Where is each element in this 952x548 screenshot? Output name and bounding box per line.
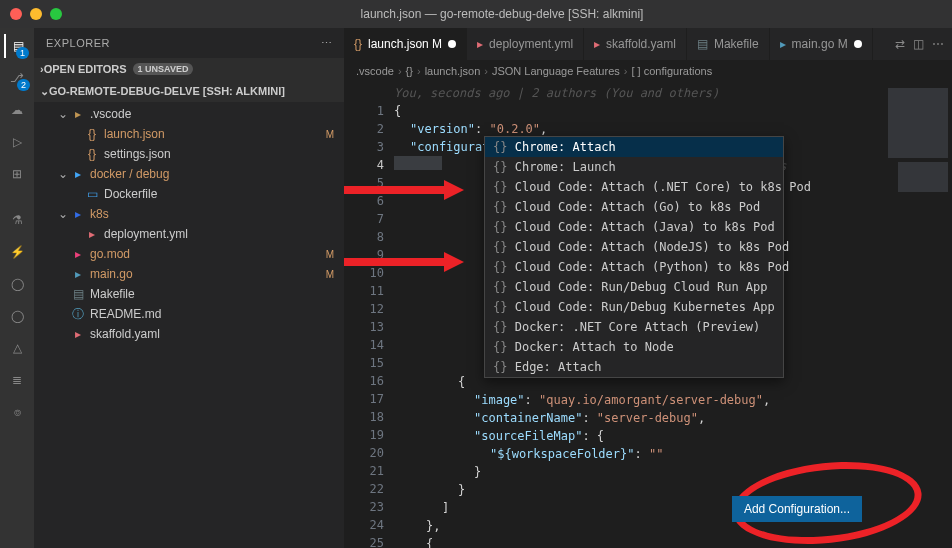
open-editors-section[interactable]: › OPEN EDITORS 1 UNSAVED <box>34 58 344 80</box>
max-dot[interactable] <box>50 8 62 20</box>
add-configuration-button[interactable]: Add Configuration... <box>732 496 862 522</box>
annotation-arrow <box>344 250 464 274</box>
cloud-icon[interactable]: ☁ <box>5 98 29 122</box>
tree-item[interactable]: ▭Dockerfile <box>34 184 344 204</box>
tree-item[interactable]: ▤Makefile <box>34 284 344 304</box>
close-dot[interactable] <box>10 8 22 20</box>
window-title-bar: launch.json — go-remote-debug-delve [SSH… <box>0 0 952 28</box>
test-icon[interactable]: ⚗ <box>5 208 29 232</box>
intellisense-popup[interactable]: {} Chrome: Attach{} Chrome: Launch{} Clo… <box>484 136 784 378</box>
suggestion-item[interactable]: {} Chrome: Launch <box>485 157 783 177</box>
suggestion-item[interactable]: {} Docker: .NET Core Attach (Preview) <box>485 317 783 337</box>
tree-item[interactable]: ⌄▸.vscode <box>34 104 344 124</box>
explorer-icon[interactable]: ▤1 <box>4 34 28 58</box>
suggestion-item[interactable]: {} Cloud Code: Run/Debug Kubernetes App <box>485 297 783 317</box>
project-section[interactable]: ⌄ GO-REMOTE-DEBUG-DELVE [SSH: ALKMINI] <box>34 80 344 102</box>
compare-icon[interactable]: ⇄ <box>895 37 905 51</box>
suggestion-item[interactable]: {} Cloud Code: Attach (Java) to k8s Pod <box>485 217 783 237</box>
editor-area: {}launch.json M▸deployment.yml▸skaffold.… <box>344 28 952 548</box>
suggestion-item[interactable]: {} Edge: Attach <box>485 357 783 377</box>
suggestion-item[interactable]: {} Docker: Attach to Node <box>485 337 783 357</box>
annotation-arrow <box>344 178 464 202</box>
gh-icon[interactable]: ◯ <box>5 272 29 296</box>
line-gutter: 1234567891011121314151617181920212223242… <box>344 82 394 548</box>
tree-item[interactable]: ⌄▸docker / debug <box>34 164 344 184</box>
window-title: launch.json — go-remote-debug-delve [SSH… <box>62 7 942 21</box>
db-icon[interactable]: ≣ <box>5 368 29 392</box>
ext-icon[interactable]: ⊞ <box>5 162 29 186</box>
explorer-title: EXPLORER <box>46 37 110 49</box>
editor-tabs: {}launch.json M▸deployment.yml▸skaffold.… <box>344 28 952 60</box>
min-dot[interactable] <box>30 8 42 20</box>
tree-item[interactable]: ⓘREADME.md <box>34 304 344 324</box>
editor-tab[interactable]: ▸skaffold.yaml <box>584 28 687 60</box>
editor-tab[interactable]: ▸deployment.yml <box>467 28 584 60</box>
traffic-lights <box>10 8 62 20</box>
spark-icon[interactable]: ⚡ <box>5 240 29 264</box>
suggestion-item[interactable]: {} Chrome: Attach <box>485 137 783 157</box>
more-tab-icon[interactable]: ⋯ <box>932 37 944 51</box>
gh2-icon[interactable]: ◯ <box>5 304 29 328</box>
scm-icon[interactable]: ⎇2 <box>5 66 29 90</box>
suggestion-item[interactable]: {} Cloud Code: Attach (Go) to k8s Pod <box>485 197 783 217</box>
more-icon[interactable]: ⋯ <box>321 37 333 50</box>
tree-item[interactable]: ▸main.goM <box>34 264 344 284</box>
suggestion-item[interactable]: {} Cloud Code: Attach (Python) to k8s Po… <box>485 257 783 277</box>
tree-item[interactable]: ▸skaffold.yaml <box>34 324 344 344</box>
activity-bar: ▤1 ⎇2 ☁ ▷ ⊞ ⚗ ⚡ ◯ ◯ △ ≣ ⌾ <box>0 28 34 548</box>
breadcrumb[interactable]: .vscode › {} › launch.json › JSON Langua… <box>344 60 952 82</box>
suggestion-item[interactable]: {} Cloud Code: Run/Debug Cloud Run App <box>485 277 783 297</box>
file-tree: ⌄▸.vscode{}launch.jsonM{}settings.json⌄▸… <box>34 102 344 346</box>
editor-tab[interactable]: ▸main.go M <box>770 28 873 60</box>
tree-item[interactable]: {}settings.json <box>34 144 344 164</box>
svg-marker-3 <box>444 252 464 272</box>
svg-marker-1 <box>444 180 464 200</box>
tree-item[interactable]: ▸go.modM <box>34 244 344 264</box>
run-icon[interactable]: ▷ <box>5 130 29 154</box>
tree-item[interactable]: ⌄▸k8s <box>34 204 344 224</box>
editor-tab[interactable]: ▤Makefile <box>687 28 770 60</box>
sidebar: EXPLORER ⋯ › OPEN EDITORS 1 UNSAVED ⌄ GO… <box>34 28 344 548</box>
suggestion-item[interactable]: {} Cloud Code: Attach (.NET Core) to k8s… <box>485 177 783 197</box>
split-icon[interactable]: ◫ <box>913 37 924 51</box>
warn-icon[interactable]: △ <box>5 336 29 360</box>
tree-item[interactable]: {}launch.jsonM <box>34 124 344 144</box>
wheel-icon[interactable]: ⌾ <box>5 400 29 424</box>
tree-item[interactable]: ▸deployment.yml <box>34 224 344 244</box>
suggestion-item[interactable]: {} Cloud Code: Attach (NodeJS) to k8s Po… <box>485 237 783 257</box>
editor-tab[interactable]: {}launch.json M <box>344 28 467 60</box>
